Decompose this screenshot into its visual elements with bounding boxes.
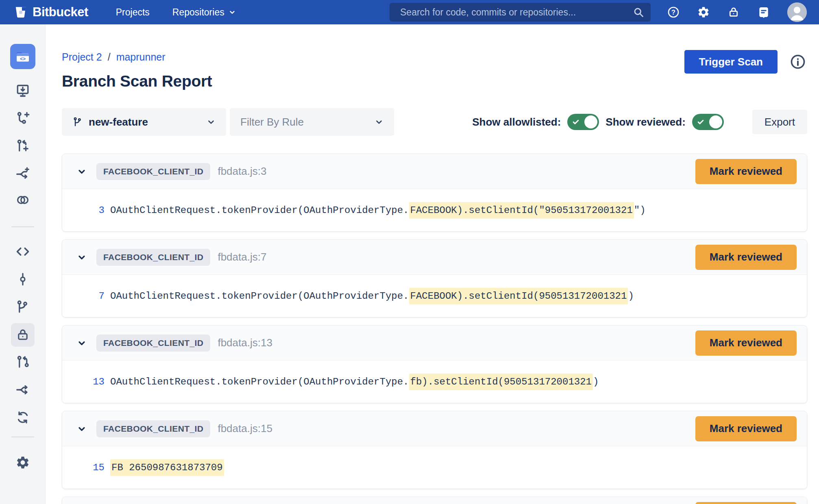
code-prefix: OAuthClientRequest.tokenProvider(OAuthPr… [110, 205, 409, 216]
code-line: FB 2650987631873709 [110, 462, 224, 473]
show-reviewed-label: Show reviewed: [606, 116, 686, 128]
header-actions: Trigger Scan [684, 50, 806, 74]
svg-text:<>: <> [20, 56, 25, 62]
sidebar-divider [11, 226, 34, 227]
finding-header: FACEBOOK_CLIENT_ID fbdata.js:3 Mark revi… [62, 154, 807, 189]
topnav-icons: ? [667, 0, 819, 24]
finding-card: FACEBOOK_CLIENT_ID fbdata.js:7 Mark revi… [62, 239, 807, 317]
commits-icon[interactable] [15, 272, 30, 287]
svg-text:?: ? [671, 9, 675, 16]
chevron-down-icon[interactable] [77, 167, 87, 176]
finding-header: FACEBOOK_CLIENT_ID fbdata.js:7 Mark revi… [62, 240, 807, 275]
finding-code-row: 7 OAuthClientRequest.tokenProvider(OAuth… [62, 275, 807, 317]
filter-toolbar: new-feature Filter By Rule Show allowlis… [62, 108, 807, 136]
chevron-down-icon[interactable] [77, 252, 87, 262]
line-number: 3 [62, 205, 105, 216]
page-title: Branch Scan Report [62, 72, 212, 90]
show-reviewed-toggle[interactable] [692, 114, 724, 130]
code-highlight: FB 2650987631873709 [110, 459, 224, 476]
mark-reviewed-button[interactable]: Mark reviewed [695, 502, 797, 504]
export-button[interactable]: Export [752, 110, 807, 134]
finding-header: FACEBOOK_CLIENT_ID fbdata.js:13 Mark rev… [62, 326, 807, 361]
repo-sidebar: <> [0, 24, 46, 504]
search-input[interactable] [400, 7, 633, 18]
rule-badge: FACEBOOK_CLIENT_ID [96, 163, 210, 180]
settings-icon[interactable] [15, 455, 30, 470]
code-highlight: fb).setClientId(950513172001321 [409, 374, 593, 390]
chevron-down-icon[interactable] [77, 338, 87, 348]
breadcrumb: Project 2 / maprunner [62, 51, 166, 63]
finding-card: FACEBOOK_CLIENT_ID fbdata.js:15 Mark rev… [62, 411, 807, 489]
create-branch-icon[interactable] [15, 111, 30, 126]
avatar[interactable] [787, 2, 807, 22]
mark-reviewed-button[interactable]: Mark reviewed [695, 416, 797, 441]
show-allowlisted-toggle[interactable] [567, 114, 599, 130]
check-icon [697, 118, 705, 126]
branches-icon[interactable] [15, 300, 30, 314]
mark-reviewed-button[interactable]: Mark reviewed [695, 159, 797, 184]
rule-badge: FACEBOOK_CLIENT_ID [96, 249, 210, 266]
primary-nav: Projects Repositories [116, 7, 236, 18]
lock-icon[interactable] [727, 6, 740, 19]
bitbucket-logo[interactable]: Bitbucket [14, 5, 88, 20]
create-pull-request-icon[interactable] [15, 139, 30, 153]
gear-icon[interactable] [697, 6, 710, 19]
code-prefix: OAuthClientRequest.tokenProvider(OAuthPr… [110, 291, 409, 302]
branch-selector[interactable]: new-feature [62, 108, 226, 136]
mark-reviewed-button[interactable]: Mark reviewed [695, 330, 797, 356]
line-number: 13 [62, 376, 105, 387]
compare-icon[interactable] [15, 193, 30, 207]
security-scan-icon[interactable] [11, 323, 35, 347]
chevron-down-icon[interactable] [77, 424, 87, 434]
code-line: OAuthClientRequest.tokenProvider(OAuthPr… [110, 291, 634, 302]
chevron-down-icon [207, 117, 216, 126]
top-navigation: Bitbucket Projects Repositories ? [0, 0, 819, 24]
code-suffix: ") [634, 205, 646, 216]
forks-icon[interactable] [15, 382, 30, 397]
info-icon[interactable] [790, 54, 806, 70]
branch-icon [72, 117, 83, 127]
code-highlight: FACEBOOK).setClientId(950513172001321 [409, 288, 628, 304]
finding-card: FACEBOOK_CLIENT_ID fbdata.js:13 Mark rev… [62, 325, 807, 403]
toggle-knob [709, 115, 722, 128]
finding-code-row: 3 OAuthClientRequest.tokenProvider(OAuth… [62, 189, 807, 231]
chevron-down-icon [229, 9, 236, 16]
finding-location: fbdata.js:15 [218, 422, 272, 435]
line-number: 15 [62, 462, 105, 473]
branch-selector-value: new-feature [89, 116, 148, 128]
check-icon [572, 118, 580, 126]
breadcrumb-project-link[interactable]: Project 2 [62, 51, 102, 63]
builds-icon[interactable] [15, 410, 30, 425]
trigger-scan-button[interactable]: Trigger Scan [684, 50, 778, 74]
finding-header: FACEBOOK_CLIENT_ID fbdata.js:15 Mark rev… [62, 411, 807, 446]
toggle-knob [584, 115, 597, 128]
source-code-icon[interactable] [15, 244, 30, 259]
search-icon[interactable] [633, 7, 644, 18]
feedback-icon[interactable] [757, 6, 770, 19]
nav-repositories[interactable]: Repositories [172, 7, 236, 18]
finding-code-row: 13 OAuthClientRequest.tokenProvider(OAut… [62, 361, 807, 403]
chevron-down-icon [375, 117, 383, 126]
code-suffix: ) [593, 376, 599, 387]
pull-requests-icon[interactable] [15, 355, 30, 369]
nav-projects[interactable]: Projects [116, 7, 150, 18]
finding-location: fbdata.js:7 [218, 251, 266, 263]
breadcrumb-repo-link[interactable]: maprunner [116, 51, 166, 63]
fork-repo-icon[interactable] [15, 166, 30, 181]
finding-card: Mark reviewed [62, 497, 807, 504]
bitbucket-bucket-icon [14, 5, 28, 19]
finding-code-row: 15 FB 2650987631873709 [62, 446, 807, 489]
code-suffix: ) [628, 291, 634, 302]
repository-avatar[interactable]: <> [10, 44, 35, 69]
code-prefix: OAuthClientRequest.tokenProvider(OAuthPr… [110, 376, 409, 387]
clone-icon[interactable] [15, 83, 30, 98]
finding-location: fbdata.js:3 [218, 165, 266, 178]
rule-filter-selector[interactable]: Filter By Rule [230, 108, 394, 136]
global-search[interactable] [390, 3, 651, 22]
findings-list: FACEBOOK_CLIENT_ID fbdata.js:3 Mark revi… [62, 154, 807, 504]
code-highlight: FACEBOOK).setClientId("950513172001321 [409, 202, 634, 219]
logo-text: Bitbucket [33, 5, 88, 20]
mark-reviewed-button[interactable]: Mark reviewed [695, 245, 797, 270]
help-icon[interactable]: ? [667, 6, 680, 19]
finding-header: Mark reviewed [62, 497, 807, 504]
